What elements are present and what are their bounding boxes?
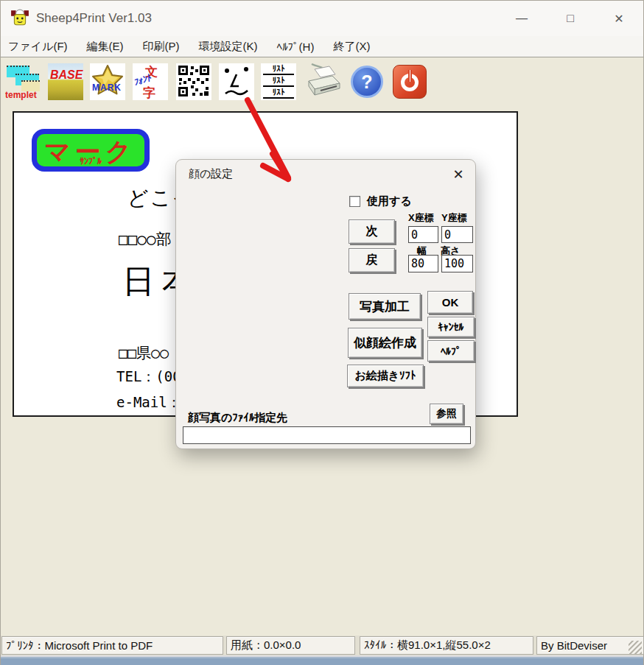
list-icon-row: ﾘｽﾄ — [263, 76, 294, 87]
template-tool-button[interactable]: templet — [5, 63, 41, 100]
face-icon — [219, 63, 254, 99]
minimize-button[interactable]: — — [497, 1, 546, 36]
printer-icon — [306, 63, 341, 99]
power-icon — [393, 65, 427, 99]
app-window: Sheep4Print Ver1.03 — □ ✕ ファイル(F) 編集(E) … — [0, 0, 644, 665]
client-area: マーク ｻﾝﾌﾟﾙ どこそ □□○○部 日本 □□県○○ TEL：(000 e-… — [1, 105, 643, 636]
menu-help[interactable]: ﾍﾙﾌﾟ(H) — [276, 39, 316, 54]
qr-code-tool-button[interactable] — [176, 63, 211, 100]
base-image-tool-button[interactable]: BASE — [48, 63, 83, 100]
menu-bar: ファイル(F) 編集(E) 印刷(P) 環境設定(K) ﾍﾙﾌﾟ(H) 終了(X… — [1, 36, 643, 57]
help-icon: ? — [351, 66, 383, 98]
menu-file[interactable]: ファイル(F) — [7, 38, 69, 55]
star-icon — [90, 63, 125, 99]
height-input[interactable] — [441, 255, 473, 272]
use-checkbox[interactable] — [349, 196, 360, 207]
list-icon-row: ﾘｽﾄ — [263, 64, 294, 75]
x-coordinate-input[interactable] — [408, 226, 438, 243]
print-tool-button[interactable] — [306, 63, 341, 100]
maximize-button[interactable]: □ — [546, 1, 595, 36]
exit-tool-button[interactable] — [392, 63, 427, 100]
window-bottom-edge — [1, 655, 643, 665]
font-tool-button[interactable]: 文 ﾌｫﾝﾄ 字 — [133, 63, 168, 100]
help-tool-button[interactable]: ? — [349, 63, 385, 100]
paint-software-button[interactable]: お絵描きｿﾌﾄ — [347, 365, 424, 387]
base-icon: BASE — [50, 68, 83, 82]
photo-edit-button[interactable]: 写真加工 — [349, 293, 421, 320]
help-button[interactable]: ﾍﾙﾌﾟ — [427, 340, 475, 362]
cancel-button[interactable]: ｷｬﾝｾﾙ — [427, 317, 475, 337]
status-paper-size: 用紙：0.0×0.0 — [226, 636, 355, 655]
templet-icon: templet — [5, 90, 37, 100]
title-bar: Sheep4Print Ver1.03 — □ ✕ — [1, 1, 643, 36]
use-checkbox-label: 使用する — [367, 194, 412, 208]
y-coordinate-label: Y座標 — [441, 211, 467, 225]
back-button[interactable]: 戻 — [349, 248, 395, 272]
mark-icon-label: MARK — [92, 82, 122, 93]
qr-code-icon — [176, 63, 211, 99]
y-coordinate-input[interactable] — [441, 226, 473, 243]
dialog-close-icon[interactable]: ✕ — [449, 166, 468, 183]
width-input[interactable] — [408, 255, 438, 272]
list-tool-button[interactable]: ﾘｽﾄ ﾘｽﾄ ﾘｽﾄ — [261, 63, 296, 100]
close-button[interactable]: ✕ — [595, 1, 643, 36]
browse-button[interactable]: 参照 — [430, 404, 463, 424]
portrait-create-button[interactable]: 似顔絵作成 — [348, 328, 422, 358]
next-button[interactable]: 次 — [349, 219, 395, 244]
face-photo-path-label: 顔写真のﾌｧｲﾙ指定先 — [188, 411, 287, 425]
menu-edit[interactable]: 編集(E) — [85, 38, 125, 55]
face-settings-dialog: 顔の設定 ✕ 使用する X座標 Y座標 次 幅 高さ 戻 写真加工 OK ｷｬﾝ… — [175, 159, 476, 449]
menu-settings[interactable]: 環境設定(K) — [197, 38, 259, 55]
sheep-app-icon — [10, 9, 29, 28]
dialog-title: 顔の設定 — [189, 167, 233, 181]
menu-print[interactable]: 印刷(P) — [141, 38, 181, 55]
resize-grip[interactable] — [629, 641, 642, 654]
toolbar: templet BASE MARK 文 ﾌｫﾝﾄ 字 — [1, 58, 643, 105]
mark-tool-button[interactable]: MARK — [90, 63, 125, 100]
x-coordinate-label: X座標 — [408, 211, 434, 225]
mark-sample-object[interactable]: マーク ｻﾝﾌﾟﾙ — [32, 129, 150, 172]
window-title: Sheep4Print Ver1.03 — [36, 11, 152, 26]
face-photo-path-input[interactable] — [183, 426, 471, 444]
ok-button[interactable]: OK — [427, 291, 473, 314]
status-printer: ﾌﾟﾘﾝﾀ：Microsoft Print to PDF — [1, 636, 223, 655]
status-bar: ﾌﾟﾘﾝﾀ：Microsoft Print to PDF 用紙：0.0×0.0 … — [1, 636, 643, 655]
mark-sample-subtitle: ｻﾝﾌﾟﾙ — [80, 156, 102, 166]
document-text-line[interactable]: □□県○○ — [119, 343, 169, 363]
font-icon-kanji-bottom: 字 — [143, 85, 155, 100]
list-icon-row: ﾘｽﾄ — [263, 88, 294, 99]
menu-exit[interactable]: 終了(X) — [332, 38, 371, 55]
document-text-line[interactable]: □□○○部 — [119, 229, 172, 250]
face-tool-button[interactable] — [219, 63, 254, 100]
status-style: ｽﾀｲﾙ：横91.0×1,縦55.0×2 — [360, 636, 533, 655]
